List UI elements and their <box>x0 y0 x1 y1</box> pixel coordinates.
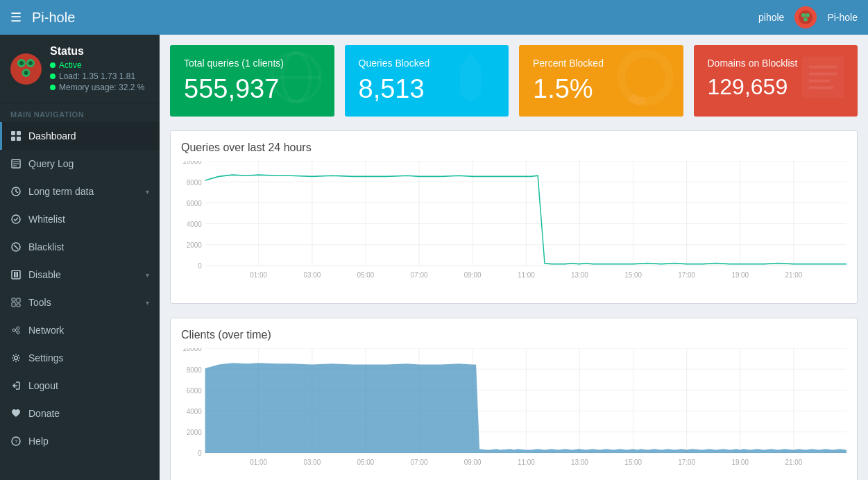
tools-label: Tools <box>28 297 51 308</box>
queries-chart-title: Queries over last 24 hours <box>181 142 846 154</box>
svg-text:15:00: 15:00 <box>624 457 642 466</box>
sidebar-item-long-term-data[interactable]: Long term data ▾ <box>0 178 160 205</box>
sidebar-item-blacklist[interactable]: Blacklist <box>0 233 160 261</box>
svg-text:01:00: 01:00 <box>250 270 267 279</box>
sidebar-item-help[interactable]: ? Help <box>0 427 160 455</box>
svg-text:6000: 6000 <box>187 386 202 395</box>
clients-chart-container: Clients (over time) <box>170 318 858 480</box>
svg-text:21:00: 21:00 <box>785 270 803 279</box>
svg-text:8000: 8000 <box>187 178 202 187</box>
svg-line-34 <box>15 330 17 332</box>
svg-text:01:00: 01:00 <box>250 457 267 466</box>
username-label: pihole <box>758 12 784 23</box>
svg-text:2000: 2000 <box>187 241 202 250</box>
svg-text:10000: 10000 <box>182 161 202 166</box>
query-log-icon <box>10 158 22 169</box>
svg-point-2 <box>806 13 810 17</box>
svg-point-8 <box>19 61 24 65</box>
stat-percent-blocked-icon <box>618 49 673 112</box>
sidebar-item-settings[interactable]: Settings <box>0 344 160 372</box>
svg-marker-105 <box>205 363 846 453</box>
svg-text:17:00: 17:00 <box>678 270 695 279</box>
status-load-line: Load: 1.35 1.73 1.81 <box>50 71 149 81</box>
pihole-label: Pi-hole <box>827 12 858 23</box>
clients-chart-svg: 10000 8000 6000 4000 2000 0 01:00 03:00 … <box>181 348 846 480</box>
help-icon: ? <box>10 436 22 447</box>
stats-row: Total queries (1 clients) 555,937 Querie… <box>170 45 858 117</box>
blacklist-label: Blacklist <box>28 241 64 252</box>
svg-rect-13 <box>11 137 15 141</box>
svg-text:4000: 4000 <box>187 219 202 228</box>
long-term-data-icon <box>10 186 22 197</box>
svg-text:09:00: 09:00 <box>464 270 482 279</box>
active-dot <box>50 62 56 68</box>
svg-text:0: 0 <box>198 262 202 271</box>
queries-chart-area: 10000 8000 6000 4000 2000 0 01:00 03:00 … <box>181 161 846 293</box>
svg-text:0: 0 <box>198 449 202 458</box>
sidebar-item-dashboard[interactable]: Dashboard <box>0 122 160 150</box>
svg-point-10 <box>24 71 28 75</box>
svg-line-22 <box>14 245 18 249</box>
svg-text:17:00: 17:00 <box>678 457 695 466</box>
help-label: Help <box>28 436 49 447</box>
stat-domains-blocklist: Domains on Blocklist 129,659 <box>694 45 858 117</box>
stat-queries-blocked-icon <box>443 49 498 112</box>
svg-rect-14 <box>17 137 21 141</box>
long-term-data-label: Long term data <box>28 186 94 197</box>
stat-queries-blocked: Queries Blocked 8,513 <box>345 45 509 117</box>
svg-text:8000: 8000 <box>187 365 202 374</box>
brand-logo[interactable]: Pi-hole <box>32 10 75 26</box>
raspberry-icon <box>797 9 814 26</box>
svg-text:07:00: 07:00 <box>411 270 428 279</box>
stat-total-queries: Total queries (1 clients) 555,937 <box>170 45 334 117</box>
sidebar-item-disable[interactable]: Disable ▾ <box>0 261 160 289</box>
svg-point-32 <box>17 331 19 334</box>
svg-point-35 <box>15 357 18 360</box>
svg-text:05:00: 05:00 <box>357 457 375 466</box>
active-label: Active <box>59 60 82 70</box>
sidebar-item-query-log[interactable]: Query Log <box>0 150 160 178</box>
tools-icon <box>10 297 22 308</box>
brand-prefix: Pi- <box>32 10 49 25</box>
svg-rect-43 <box>802 56 844 98</box>
avatar <box>794 6 817 28</box>
disable-arrow: ▾ <box>146 271 149 279</box>
query-log-label: Query Log <box>28 158 74 169</box>
navbar: ☰ Pi-hole pihole Pi-hole <box>0 0 868 35</box>
svg-text:19:00: 19:00 <box>731 270 749 279</box>
svg-rect-29 <box>17 304 20 307</box>
whitelist-label: Whitelist <box>28 214 65 225</box>
stat-domains-blocklist-icon <box>799 53 847 109</box>
navbar-toggle-button[interactable]: ☰ <box>10 10 22 25</box>
dashboard-label: Dashboard <box>28 130 76 142</box>
donate-label: Donate <box>28 408 60 419</box>
svg-text:13:00: 13:00 <box>571 270 588 279</box>
settings-icon <box>10 352 22 363</box>
tools-arrow: ▾ <box>146 299 149 307</box>
stat-total-queries-icon <box>269 49 324 112</box>
svg-point-30 <box>12 329 15 332</box>
svg-rect-28 <box>17 298 20 302</box>
disable-icon <box>10 269 22 280</box>
svg-line-33 <box>15 329 17 331</box>
svg-text:15:00: 15:00 <box>624 270 642 279</box>
pihole-logo <box>10 53 42 85</box>
sidebar-item-whitelist[interactable]: Whitelist <box>0 205 160 233</box>
svg-text:09:00: 09:00 <box>464 457 482 466</box>
svg-text:19:00: 19:00 <box>731 457 749 466</box>
sidebar-status: Status Active Load: 1.35 1.73 1.81 Memor… <box>0 35 160 103</box>
dashboard-icon <box>10 130 22 142</box>
sidebar-item-donate[interactable]: Donate <box>0 400 160 427</box>
brand-suffix: hole <box>49 10 75 25</box>
status-memory-line: Memory usage: 32.2 % <box>50 83 149 92</box>
queries-chart-svg: 10000 8000 6000 4000 2000 0 01:00 03:00 … <box>181 161 846 293</box>
clients-chart-area: 10000 8000 6000 4000 2000 0 01:00 03:00 … <box>181 348 846 480</box>
svg-text:10000: 10000 <box>182 348 202 353</box>
svg-rect-26 <box>12 298 15 301</box>
svg-text:4000: 4000 <box>187 406 202 415</box>
load-label: Load: 1.35 1.73 1.81 <box>59 71 135 81</box>
sidebar-item-logout[interactable]: Logout <box>0 372 160 400</box>
svg-rect-11 <box>11 131 15 135</box>
sidebar-item-network[interactable]: Network <box>0 316 160 344</box>
sidebar-item-tools[interactable]: Tools ▾ <box>0 289 160 316</box>
